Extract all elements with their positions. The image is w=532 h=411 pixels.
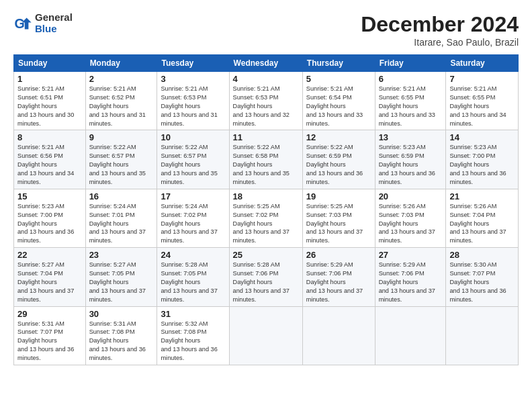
day-info: Sunrise: 5:32 AM Sunset: 7:08 PM Dayligh… [161, 320, 225, 363]
logo-general: General [35, 12, 73, 24]
day-number: 20 [379, 191, 443, 201]
day-cell: 29 Sunrise: 5:31 AM Sunset: 7:07 PM Dayl… [14, 306, 86, 365]
weekday-header-wednesday: Wednesday [229, 55, 302, 72]
day-number: 21 [449, 191, 515, 201]
day-info: Sunrise: 5:30 AM Sunset: 7:07 PM Dayligh… [449, 261, 515, 304]
day-number: 12 [306, 132, 371, 142]
day-number: 19 [306, 191, 371, 201]
weekday-header-row: SundayMondayTuesdayWednesdayThursdayFrid… [14, 55, 519, 72]
page: G General Blue December 2024 Itarare, Sa… [0, 0, 532, 411]
day-info: Sunrise: 5:31 AM Sunset: 7:07 PM Dayligh… [17, 320, 82, 363]
day-info: Sunrise: 5:26 AM Sunset: 7:03 PM Dayligh… [379, 202, 443, 245]
week-row-2: 8 Sunrise: 5:21 AM Sunset: 6:56 PM Dayli… [14, 130, 519, 189]
main-title: December 2024 [361, 12, 519, 37]
week-row-3: 15 Sunrise: 5:23 AM Sunset: 7:00 PM Dayl… [14, 189, 519, 247]
day-info: Sunrise: 5:22 AM Sunset: 6:58 PM Dayligh… [233, 143, 299, 186]
day-cell: 31 Sunrise: 5:32 AM Sunset: 7:08 PM Dayl… [157, 306, 229, 365]
day-number: 26 [306, 250, 371, 260]
day-info: Sunrise: 5:25 AM Sunset: 7:02 PM Dayligh… [233, 202, 299, 245]
day-number: 30 [89, 309, 154, 319]
svg-text:G: G [14, 16, 24, 31]
day-number: 18 [233, 191, 299, 201]
day-cell: 25 Sunrise: 5:28 AM Sunset: 7:06 PM Dayl… [229, 248, 302, 306]
day-number: 23 [89, 250, 154, 260]
day-info: Sunrise: 5:29 AM Sunset: 7:06 PM Dayligh… [306, 261, 371, 304]
day-cell: 23 Sunrise: 5:27 AM Sunset: 7:05 PM Dayl… [85, 248, 157, 306]
day-cell: 21 Sunrise: 5:26 AM Sunset: 7:04 PM Dayl… [446, 189, 519, 247]
weekday-header-monday: Monday [85, 55, 157, 72]
day-cell: 14 Sunrise: 5:23 AM Sunset: 7:00 PM Dayl… [446, 130, 519, 189]
day-number: 16 [89, 191, 154, 201]
day-cell: 17 Sunrise: 5:24 AM Sunset: 7:02 PM Dayl… [157, 189, 229, 247]
day-cell: 11 Sunrise: 5:22 AM Sunset: 6:58 PM Dayl… [229, 130, 302, 189]
week-row-1: 1 Sunrise: 5:21 AM Sunset: 6:51 PM Dayli… [14, 72, 519, 130]
day-info: Sunrise: 5:27 AM Sunset: 7:04 PM Dayligh… [17, 261, 82, 304]
day-info: Sunrise: 5:22 AM Sunset: 6:59 PM Dayligh… [306, 143, 371, 186]
weekday-header-tuesday: Tuesday [157, 55, 229, 72]
subtitle: Itarare, Sao Paulo, Brazil [361, 37, 519, 48]
day-cell: 15 Sunrise: 5:23 AM Sunset: 7:00 PM Dayl… [14, 189, 86, 247]
day-info: Sunrise: 5:21 AM Sunset: 6:56 PM Dayligh… [17, 143, 82, 186]
weekday-header-saturday: Saturday [446, 55, 519, 72]
day-info: Sunrise: 5:24 AM Sunset: 7:02 PM Dayligh… [161, 202, 225, 245]
day-info: Sunrise: 5:21 AM Sunset: 6:55 PM Dayligh… [379, 85, 443, 128]
day-info: Sunrise: 5:23 AM Sunset: 7:00 PM Dayligh… [17, 202, 82, 245]
day-info: Sunrise: 5:21 AM Sunset: 6:55 PM Dayligh… [449, 85, 515, 128]
week-row-5: 29 Sunrise: 5:31 AM Sunset: 7:07 PM Dayl… [14, 306, 519, 365]
day-info: Sunrise: 5:21 AM Sunset: 6:54 PM Dayligh… [306, 85, 371, 128]
day-info: Sunrise: 5:25 AM Sunset: 7:03 PM Dayligh… [306, 202, 371, 245]
logo: G General Blue [13, 12, 73, 34]
day-info: Sunrise: 5:22 AM Sunset: 6:57 PM Dayligh… [89, 143, 154, 186]
day-number: 17 [161, 191, 225, 201]
day-info: Sunrise: 5:28 AM Sunset: 7:05 PM Dayligh… [161, 261, 225, 304]
day-number: 27 [379, 250, 443, 260]
day-number: 31 [161, 309, 225, 319]
day-info: Sunrise: 5:21 AM Sunset: 6:53 PM Dayligh… [233, 85, 299, 128]
day-cell: 5 Sunrise: 5:21 AM Sunset: 6:54 PM Dayli… [302, 72, 375, 130]
day-info: Sunrise: 5:27 AM Sunset: 7:05 PM Dayligh… [89, 261, 154, 304]
day-number: 9 [89, 132, 154, 142]
weekday-header-sunday: Sunday [14, 55, 86, 72]
day-cell: 8 Sunrise: 5:21 AM Sunset: 6:56 PM Dayli… [14, 130, 86, 189]
day-number: 6 [379, 74, 443, 84]
day-number: 28 [449, 250, 515, 260]
day-info: Sunrise: 5:24 AM Sunset: 7:01 PM Dayligh… [89, 202, 154, 245]
day-cell: 2 Sunrise: 5:21 AM Sunset: 6:52 PM Dayli… [85, 72, 157, 130]
day-cell: 22 Sunrise: 5:27 AM Sunset: 7:04 PM Dayl… [14, 248, 86, 306]
day-cell [302, 306, 375, 365]
day-cell: 3 Sunrise: 5:21 AM Sunset: 6:53 PM Dayli… [157, 72, 229, 130]
day-number: 29 [17, 309, 82, 319]
day-number: 15 [17, 191, 82, 201]
day-info: Sunrise: 5:23 AM Sunset: 6:59 PM Dayligh… [379, 143, 443, 186]
logo-blue: Blue [35, 24, 73, 35]
day-info: Sunrise: 5:21 AM Sunset: 6:51 PM Dayligh… [17, 85, 82, 128]
day-cell: 26 Sunrise: 5:29 AM Sunset: 7:06 PM Dayl… [302, 248, 375, 306]
day-number: 8 [17, 132, 82, 142]
day-cell: 16 Sunrise: 5:24 AM Sunset: 7:01 PM Dayl… [85, 189, 157, 247]
day-info: Sunrise: 5:28 AM Sunset: 7:06 PM Dayligh… [233, 261, 299, 304]
day-cell: 6 Sunrise: 5:21 AM Sunset: 6:55 PM Dayli… [375, 72, 446, 130]
day-number: 11 [233, 132, 299, 142]
day-cell: 12 Sunrise: 5:22 AM Sunset: 6:59 PM Dayl… [302, 130, 375, 189]
day-number: 22 [17, 250, 82, 260]
day-number: 1 [17, 74, 82, 84]
day-number: 7 [449, 74, 515, 84]
day-cell: 28 Sunrise: 5:30 AM Sunset: 7:07 PM Dayl… [446, 248, 519, 306]
calendar-table: SundayMondayTuesdayWednesdayThursdayFrid… [13, 54, 519, 365]
day-cell: 4 Sunrise: 5:21 AM Sunset: 6:53 PM Dayli… [229, 72, 302, 130]
day-cell: 10 Sunrise: 5:22 AM Sunset: 6:57 PM Dayl… [157, 130, 229, 189]
day-info: Sunrise: 5:26 AM Sunset: 7:04 PM Dayligh… [449, 202, 515, 245]
weekday-header-friday: Friday [375, 55, 446, 72]
day-info: Sunrise: 5:21 AM Sunset: 6:53 PM Dayligh… [161, 85, 225, 128]
day-number: 2 [89, 74, 154, 84]
header: G General Blue December 2024 Itarare, Sa… [13, 12, 519, 48]
logo-text: General Blue [35, 12, 73, 34]
day-info: Sunrise: 5:22 AM Sunset: 6:57 PM Dayligh… [161, 143, 225, 186]
day-cell: 27 Sunrise: 5:29 AM Sunset: 7:06 PM Dayl… [375, 248, 446, 306]
logo-icon: G [13, 14, 32, 33]
day-cell [375, 306, 446, 365]
day-number: 24 [161, 250, 225, 260]
day-cell: 20 Sunrise: 5:26 AM Sunset: 7:03 PM Dayl… [375, 189, 446, 247]
day-cell: 24 Sunrise: 5:28 AM Sunset: 7:05 PM Dayl… [157, 248, 229, 306]
day-cell: 19 Sunrise: 5:25 AM Sunset: 7:03 PM Dayl… [302, 189, 375, 247]
